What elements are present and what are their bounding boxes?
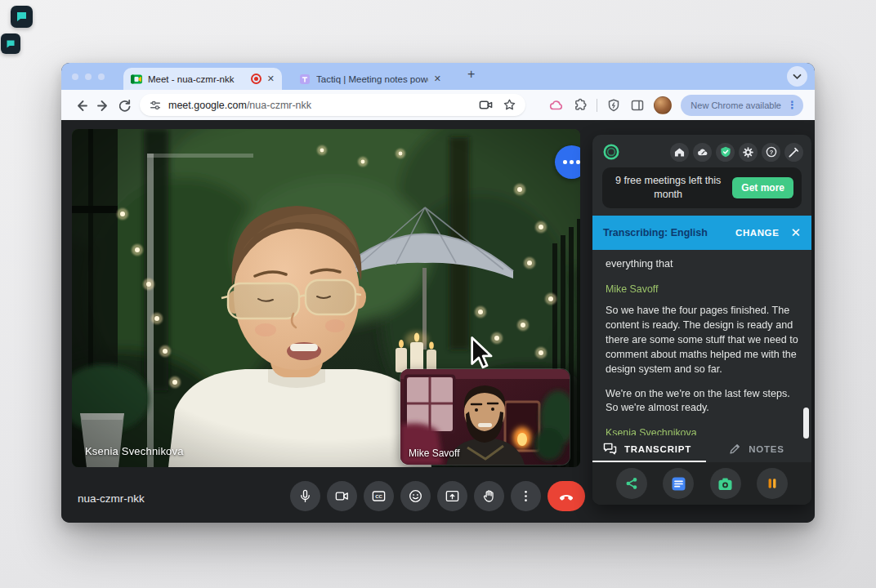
tab-tactiq[interactable]: Tactiq | Meeting notes power ✕ (292, 68, 449, 90)
raise-hand-button[interactable] (474, 481, 504, 511)
quota-card: 9 free meetings left this month Get more (602, 167, 802, 208)
profile-avatar[interactable] (654, 96, 672, 114)
back-arrow-icon (74, 98, 89, 113)
privacy-shield-icon[interactable] (606, 98, 621, 113)
close-tab-icon[interactable]: ✕ (267, 74, 275, 83)
home-button[interactable] (670, 143, 689, 162)
svg-text:CC: CC (375, 494, 382, 499)
close-window-dot[interactable] (72, 74, 78, 80)
browser-window: Meet - nua-czmr-nkk ✕ Tactiq | Meeting n… (61, 63, 815, 523)
window-controls[interactable] (72, 74, 105, 80)
present-screen-icon (445, 488, 460, 504)
sidebar-tabs: TRANSCRIPT NOTES (592, 435, 811, 462)
pause-icon (766, 477, 779, 490)
camera-icon (717, 477, 733, 491)
end-call-button[interactable] (548, 481, 585, 511)
tab-meet[interactable]: Meet - nua-czmr-nkk ✕ (123, 68, 282, 90)
captions-button[interactable]: CC (364, 481, 394, 511)
recording-indicator-icon[interactable] (251, 74, 261, 84)
bookmark-star-icon[interactable] (503, 98, 516, 112)
main-video-tile[interactable]: Ksenia Svechnikova (72, 129, 580, 467)
mouse-cursor (470, 336, 494, 370)
reload-button[interactable] (114, 95, 135, 116)
tab-transcript[interactable]: TRANSCRIPT (592, 435, 702, 462)
close-tab-icon[interactable]: ✕ (434, 74, 441, 83)
desktop-chat-chip[interactable] (11, 6, 33, 28)
minimize-window-dot[interactable] (85, 74, 92, 80)
more-vertical-icon (518, 488, 534, 504)
tab-strip: Meet - nua-czmr-nkk ✕ Tactiq | Meeting n… (61, 63, 815, 90)
transcript-speaker: Mike Savoff (606, 283, 798, 297)
share-button[interactable] (616, 468, 647, 499)
sidebar-scrollbar[interactable] (803, 408, 809, 439)
back-button[interactable] (71, 95, 92, 116)
extensions-puzzle-icon[interactable] (573, 98, 588, 113)
settings-button[interactable] (739, 143, 758, 162)
forward-arrow-icon (96, 98, 110, 113)
pause-transcription-button[interactable] (757, 468, 788, 499)
browser-menu-icon[interactable]: ⋮ (787, 100, 798, 110)
tab-search-button[interactable] (787, 66, 807, 87)
pip-video-tile[interactable]: Mike Savoff (400, 369, 570, 465)
transcript-list[interactable]: everything thatMike SavoffSo we have the… (592, 250, 811, 435)
quota-text: 9 free meetings left this month (610, 174, 726, 202)
document-icon (671, 476, 686, 492)
privacy-shield-button[interactable] (716, 143, 735, 162)
pin-button[interactable] (784, 143, 803, 162)
captions-icon: CC (371, 488, 387, 504)
transcript-paragraph: everything that (606, 257, 798, 272)
meeting-code-label: nua-czmr-nkk (78, 492, 145, 505)
svg-text:?: ? (769, 149, 773, 156)
mic-button[interactable] (290, 481, 320, 511)
present-button[interactable] (437, 481, 467, 511)
toolbar-divider (597, 99, 597, 112)
pip-name-label: Mike Savoff (409, 448, 459, 459)
gear-icon (743, 147, 753, 158)
chrome-update-label: New Chrome available (691, 100, 781, 110)
zoom-window-dot[interactable] (98, 74, 105, 80)
tab-title: Meet - nua-czmr-nkk (148, 74, 245, 84)
url-text[interactable]: meet.google.com/nua-czmr-nkk (168, 100, 472, 111)
tactiq-header: ? (592, 135, 811, 164)
shield-check-icon (720, 146, 731, 158)
camera-button[interactable] (327, 481, 357, 511)
transcript-paragraph: We're on the we're on the last few steps… (606, 387, 798, 416)
change-language-button[interactable]: CHANGE (735, 228, 779, 238)
screenshot-button[interactable] (710, 468, 741, 499)
tactiq-logo-icon (602, 143, 620, 161)
reactions-button[interactable] (400, 481, 431, 511)
desktop: Meet - nua-czmr-nkk ✕ Tactiq | Meeting n… (0, 0, 876, 588)
side-panel-icon[interactable] (630, 98, 645, 113)
cloud-sync-button[interactable] (693, 143, 712, 162)
reload-icon (117, 98, 132, 113)
help-button[interactable]: ? (762, 143, 780, 162)
tactiq-sidebar: ? 9 free meetings (592, 135, 811, 505)
tab-notes-label: NOTES (749, 444, 784, 454)
camera-media-icon[interactable] (479, 99, 493, 111)
close-banner-icon[interactable]: ✕ (790, 226, 801, 238)
get-more-button[interactable]: Get more (732, 177, 793, 198)
cloud-extension-icon[interactable] (549, 98, 564, 112)
new-tab-button[interactable]: + (467, 67, 475, 82)
forward-button[interactable] (92, 95, 114, 116)
help-icon: ? (766, 146, 777, 158)
end-call-icon (557, 488, 575, 506)
tactiq-favicon (299, 74, 311, 85)
videocam-icon (334, 488, 350, 504)
tab-notes[interactable]: NOTES (702, 435, 811, 462)
desktop-chat-chip-secondary[interactable] (1, 33, 20, 54)
meet-favicon (131, 74, 142, 85)
chat-bubble-icon (15, 10, 29, 24)
call-controls: CC (290, 481, 585, 511)
more-options-button[interactable] (511, 481, 541, 511)
emoji-smile-icon (408, 488, 423, 504)
meet-page: Ksenia Svechnikova (61, 120, 815, 523)
chrome-update-button[interactable]: New Chrome available ⋮ (681, 95, 803, 116)
chat-bubble-icon (5, 38, 16, 50)
address-bar[interactable]: meet.google.com/nua-czmr-nkk (140, 94, 525, 116)
pin-icon (789, 147, 799, 158)
site-settings-icon[interactable] (149, 99, 162, 112)
chevron-down-icon (793, 74, 802, 80)
open-notes-button[interactable] (663, 468, 694, 499)
transcribing-banner: Transcribing: English CHANGE ✕ (592, 216, 811, 250)
